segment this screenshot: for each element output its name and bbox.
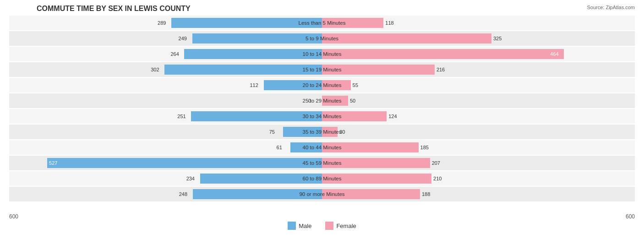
bar-male (184, 49, 322, 59)
chart-row: 60 to 89 Minutes234210 (9, 171, 635, 186)
bar-female (322, 174, 431, 184)
chart-row: 90 or more Minutes248188 (9, 187, 635, 201)
bar-female (322, 18, 383, 28)
bar-female (322, 80, 351, 90)
bar-male (47, 158, 322, 168)
bar-female (322, 111, 387, 121)
bar-female (322, 33, 491, 43)
value-male: 112 (250, 82, 258, 88)
bar-female (322, 65, 435, 75)
chart-row: 10 to 14 Minutes264464 (9, 47, 635, 61)
source-text: Source: ZipAtlas.com (587, 5, 635, 10)
value-female: 464 (550, 51, 558, 57)
bar-female (322, 96, 348, 106)
bar-female (322, 158, 430, 168)
value-female: 207 (432, 160, 440, 166)
chart-row: 35 to 39 Minutes7530 (9, 125, 635, 139)
value-male: 527 (49, 160, 57, 166)
bar-female (322, 127, 338, 137)
legend-female: Female (325, 222, 356, 230)
legend-female-box (325, 222, 333, 230)
value-female: 124 (388, 114, 397, 119)
value-male: 75 (269, 129, 275, 135)
value-male: 251 (177, 114, 186, 119)
chart-row: 45 to 59 Minutes527207 (9, 156, 635, 170)
bar-male (193, 189, 322, 199)
bar-male (171, 18, 322, 28)
value-female: 216 (437, 67, 445, 72)
bar-male (192, 33, 322, 43)
value-female: 30 (339, 129, 345, 135)
chart-row: Less than 5 Minutes289118 (9, 16, 635, 30)
bar-female (322, 49, 564, 59)
legend: Male Female (9, 222, 635, 230)
legend-male-box (288, 222, 296, 230)
value-male: 302 (151, 67, 159, 72)
chart-row: 5 to 9 Minutes249325 (9, 31, 635, 46)
value-female: 210 (433, 176, 442, 181)
value-male: 264 (170, 51, 179, 57)
value-female: 50 (350, 98, 355, 103)
axis-left: 600 (9, 213, 18, 220)
chart-row: 15 to 19 Minutes302216 (9, 62, 635, 77)
bar-male (164, 65, 322, 75)
chart-title: COMMUTE TIME BY SEX IN LEWIS COUNTY (9, 5, 635, 13)
chart-container: COMMUTE TIME BY SEX IN LEWIS COUNTY Sour… (0, 0, 644, 239)
legend-male: Male (288, 222, 311, 230)
axis-right: 600 (626, 213, 635, 220)
bar-female (322, 142, 419, 152)
value-female: 188 (422, 191, 430, 197)
chart-area: Less than 5 Minutes2891185 to 9 Minutes2… (9, 16, 635, 212)
value-male: 234 (186, 176, 195, 181)
chart-row: 25 to 29 Minutes050 (9, 93, 635, 108)
bar-male (264, 80, 322, 90)
legend-male-label: Male (299, 223, 311, 229)
value-male: 61 (277, 145, 282, 150)
axis-labels: 600 600 (9, 213, 635, 220)
value-male: 289 (158, 20, 166, 26)
value-female: 118 (385, 20, 393, 26)
value-male: 248 (179, 191, 187, 197)
value-male: 0 (308, 98, 311, 103)
chart-row: 40 to 44 Minutes61185 (9, 140, 635, 155)
value-female: 185 (420, 145, 429, 150)
chart-row: 30 to 34 Minutes251124 (9, 109, 635, 124)
value-female: 325 (493, 36, 502, 41)
chart-row: 20 to 24 Minutes11255 (9, 78, 635, 92)
bar-male (200, 174, 322, 184)
value-female: 55 (353, 82, 358, 88)
legend-female-label: Female (336, 223, 356, 229)
bar-male (290, 142, 322, 152)
bar-male (191, 111, 322, 121)
bar-female (322, 189, 420, 199)
value-male: 249 (179, 36, 187, 41)
bar-male (283, 127, 322, 137)
